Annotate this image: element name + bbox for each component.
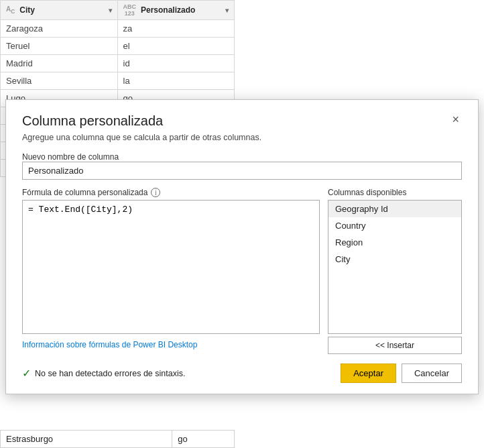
cancel-button[interactable]: Cancelar (402, 363, 462, 383)
formula-row: Fórmula de columna personalizada i = Tex… (22, 188, 462, 354)
status-text: No se han detectado errores de sintaxis. (35, 369, 185, 378)
modal-subtitle: Agregue una columna que se calcula a par… (22, 133, 462, 142)
columns-list[interactable]: Geography Id Country Region City (328, 200, 462, 334)
partial-table: Estrasburgo go (0, 430, 235, 448)
modal-header: Columna personalizada × (22, 113, 462, 129)
modal-title: Columna personalizada (22, 113, 163, 129)
formula-section: Fórmula de columna personalizada i = Tex… (22, 188, 320, 354)
column-name-input[interactable] (22, 162, 462, 180)
close-button[interactable]: × (449, 113, 462, 125)
modal-footer: ✓ No se han detectado errores de sintaxi… (22, 363, 462, 383)
column-name-label: Nuevo nombre de columna (22, 152, 119, 162)
custom-column-dialog: Columna personalizada × Agregue una colu… (5, 99, 479, 394)
list-item[interactable]: Geography Id (328, 201, 461, 217)
check-icon: ✓ (22, 367, 31, 380)
formula-textarea[interactable]: = Text.End([City],2) (22, 200, 320, 334)
formula-label: Fórmula de columna personalizada i (22, 188, 320, 197)
status-message: ✓ No se han detectado errores de sintaxi… (22, 367, 185, 380)
formula-help-link[interactable]: Información sobre fórmulas de Power BI D… (22, 340, 197, 349)
accept-button[interactable]: Aceptar (341, 363, 396, 383)
columns-section: Columnas disponibles Geography Id Countr… (328, 188, 462, 354)
table-row: Estrasburgo go (1, 431, 235, 448)
list-item[interactable]: Country (328, 217, 461, 234)
list-item[interactable]: Region (328, 234, 461, 251)
list-item[interactable]: City (328, 251, 461, 268)
info-icon[interactable]: i (151, 188, 160, 197)
available-columns-label: Columnas disponibles (328, 188, 462, 197)
insert-button[interactable]: << Insertar (328, 337, 462, 354)
footer-buttons: Aceptar Cancelar (341, 363, 462, 383)
